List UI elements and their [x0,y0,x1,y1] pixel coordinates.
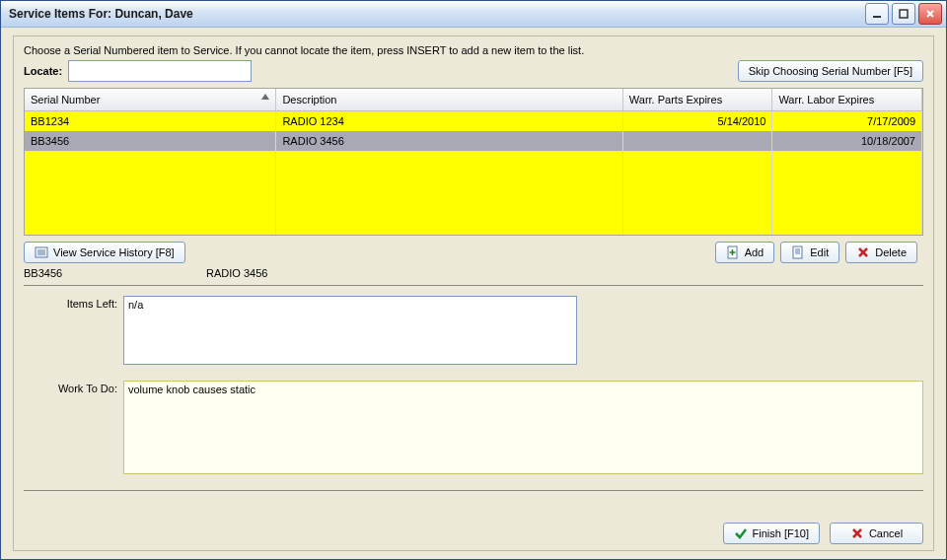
close-icon [925,9,935,19]
svg-rect-0 [873,16,881,18]
cell-parts: 5/14/2010 [622,111,772,132]
view-history-button[interactable]: View Service History [F8] [24,242,185,263]
delete-label: Delete [875,246,907,258]
work-to-do-row: Work To Do: [24,381,923,476]
cancel-icon [850,526,864,540]
selected-item-echo: BB3456 RADIO 3456 [24,267,923,279]
selected-description: RADIO 3456 [206,267,267,279]
finish-button[interactable]: Finish [F10] [723,523,820,544]
add-button[interactable]: Add [715,242,775,263]
close-button[interactable] [918,3,942,25]
divider [24,490,923,491]
delete-button[interactable]: Delete [845,242,917,263]
items-left-row: Items Left: [24,296,923,367]
cell-serial: BB1234 [25,111,276,132]
finish-label: Finish [F10] [753,527,809,539]
window-title: Service Items For: Duncan, Dave [5,7,865,21]
selected-serial: BB3456 [24,267,206,279]
cell-labor: 7/17/2009 [772,111,922,132]
edit-icon [791,245,805,259]
items-table[interactable]: Serial Number Description Warr. Parts Ex… [24,88,923,236]
check-icon [734,526,748,540]
window-buttons [865,3,942,25]
main-panel: Choose a Serial Numbered item to Service… [13,35,934,551]
svg-rect-1 [900,10,908,18]
divider [24,285,923,286]
instructions-text: Choose a Serial Numbered item to Service… [24,44,923,56]
col-description[interactable]: Description [276,89,622,111]
col-labor-expires[interactable]: Warr. Labor Expires [772,89,922,111]
service-items-window: Service Items For: Duncan, Dave Choose a… [0,0,947,560]
col-serial-number[interactable]: Serial Number [25,89,276,111]
view-history-label: View Service History [F8] [53,246,175,258]
history-icon [35,245,48,259]
table-empty-area [25,151,922,236]
cell-serial: BB3456 [25,131,276,151]
minimize-icon [872,9,882,19]
svg-rect-11 [793,246,802,258]
footer-buttons: Finish [F10] Cancel [24,515,923,544]
maximize-button[interactable] [892,3,915,25]
minimize-button[interactable] [865,3,889,25]
add-icon [726,245,740,259]
cell-description: RADIO 1234 [276,111,622,132]
table-row[interactable]: BB3456 RADIO 3456 10/18/2007 [25,131,922,151]
client-area: Choose a Serial Numbered item to Service… [1,28,946,559]
table-row[interactable]: BB1234 RADIO 1234 5/14/2010 7/17/2009 [25,111,922,132]
work-to-do-label: Work To Do: [24,381,123,476]
table-header-row: Serial Number Description Warr. Parts Ex… [25,89,922,111]
edit-label: Edit [810,246,829,258]
cancel-button[interactable]: Cancel [830,523,923,544]
col-parts-expires[interactable]: Warr. Parts Expires [622,89,772,111]
skip-serial-label: Skip Choosing Serial Number [F5] [749,65,912,77]
locate-input[interactable] [68,60,252,82]
skip-serial-button[interactable]: Skip Choosing Serial Number [F5] [738,60,923,82]
add-label: Add [745,246,765,258]
delete-icon [856,245,870,259]
work-to-do-input[interactable] [123,381,923,474]
maximize-icon [899,9,909,19]
locate-label: Locate: [24,65,62,77]
titlebar: Service Items For: Duncan, Dave [1,1,946,28]
cancel-label: Cancel [869,527,903,539]
cell-parts [622,131,772,151]
sort-asc-icon [261,94,269,100]
cell-labor: 10/18/2007 [772,131,922,151]
edit-button[interactable]: Edit [780,242,839,263]
items-left-input[interactable] [123,296,577,365]
items-left-label: Items Left: [24,296,123,367]
table-actions: View Service History [F8] Add Edit [24,242,923,263]
locate-row: Locate: Skip Choosing Serial Number [F5] [24,60,923,82]
cell-description: RADIO 3456 [276,131,622,151]
